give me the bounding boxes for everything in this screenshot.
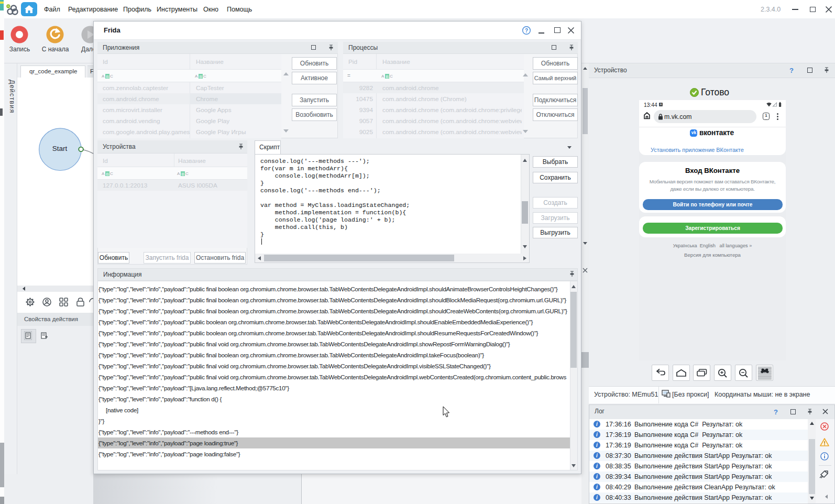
svg-text:C: C [185,171,189,176]
svg-text:C: C [110,74,113,79]
svg-text:B: B [106,172,109,177]
svg-text:A: A [381,74,384,79]
svg-text:B: B [200,74,202,79]
svg-text:A: A [177,171,180,176]
svg-text:C: C [110,171,113,176]
svg-text:A: A [102,74,105,79]
svg-text:B: B [386,74,389,79]
svg-text:B: B [106,74,109,79]
svg-text:A: A [102,171,105,176]
svg-text:A: A [195,74,198,79]
svg-text:?: ? [525,28,528,34]
svg-text:B: B [182,172,184,177]
svg-text:C: C [203,74,206,79]
svg-text:C: C [390,74,393,79]
